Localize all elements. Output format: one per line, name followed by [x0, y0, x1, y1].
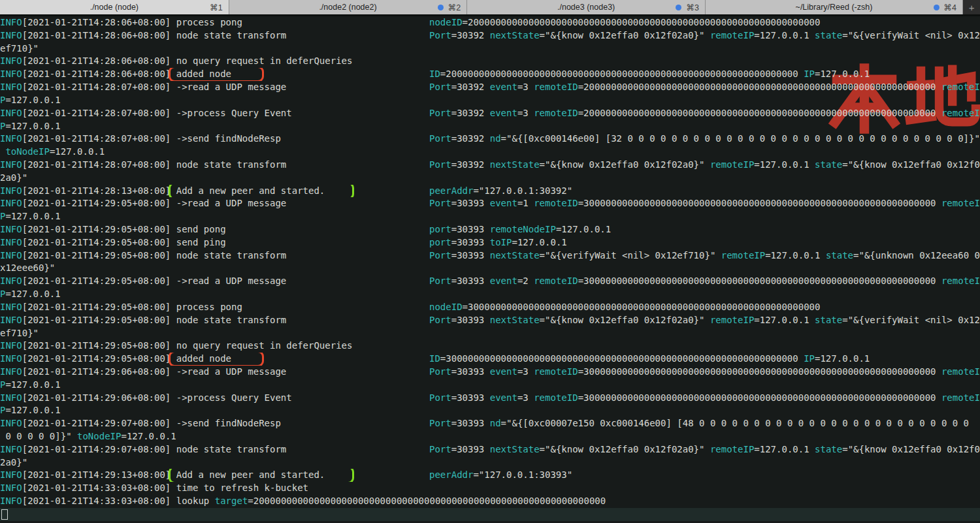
tab-1[interactable]: ./node (node)⌘1 [0, 0, 229, 14]
log-key: INFO [0, 82, 22, 92]
log-key: INFO [0, 108, 22, 118]
log-key: INFO [0, 224, 22, 234]
log-fields: Port=30393 nextState="&{know 0x12effa0 0… [429, 443, 980, 456]
tab-title: ~/Library/Reed (-zsh) [796, 3, 873, 12]
tab-bar: ./node (node)⌘1./node2 (node2)⌘2./node3 … [0, 0, 980, 16]
log-text: =200000000000000000000000000000000000000… [440, 69, 804, 79]
log-row: INFO[2021-01-21T14:29:05+08:00] send pon… [0, 223, 980, 236]
log-text: ="&{verifyWait <nil> 0x12 [842, 30, 980, 40]
log-text: =30393 [451, 237, 490, 247]
log-row: INFO[2021-01-21T14:29:13+08:00] Add a ne… [0, 469, 980, 482]
log-key: Port [429, 276, 451, 286]
log-key: Port [429, 366, 451, 377]
log-key: remoteIP [710, 159, 754, 170]
log-text: =127.0.0.1 [815, 353, 870, 364]
log-key: INFO [0, 392, 22, 403]
log-row: INFO[2021-01-21T14:29:05+08:00] ->read a… [0, 197, 980, 210]
tab-indicators: ⌘4 [934, 0, 956, 14]
log-fields: nodeID=200000000000000000000000000000000… [429, 16, 820, 29]
log-text: =127.0.0.1 [50, 146, 105, 157]
log-text: =30393 [451, 392, 490, 403]
log-text: ="&{know 0x12effa0 0x12f02a0}" [540, 30, 710, 40]
log-key: remoteID [534, 366, 578, 377]
log-key: remoteIP [710, 315, 754, 325]
log-key: INFO [0, 469, 22, 480]
log-text: =127.0.0.1 [121, 431, 176, 441]
log-row: INFO[2021-01-21T14:28:06+08:00] no query… [0, 55, 980, 68]
log-text: [2021-01-21T14:28:06+08:00] node state t… [22, 30, 287, 40]
tab-4[interactable]: ~/Library/Reed (-zsh)⌘4 [706, 0, 963, 14]
log-key: remoteI [941, 82, 980, 92]
log-key: Port [429, 30, 451, 40]
log-text: =127.0.0.1 [754, 30, 815, 40]
log-row: ef710}" [0, 327, 980, 340]
log-key: remoteIP [721, 250, 765, 261]
log-text: [2021-01-21T14:28:07+08:00] ->read a UDP… [22, 82, 287, 92]
log-text: [2021-01-21T14:28:06+08:00] process pong [22, 17, 242, 27]
log-text: [2021-01-21T14:29:05+08:00] process pong [22, 302, 242, 312]
terminal-screen[interactable]: INFO[2021-01-21T14:28:06+08:00] process … [0, 16, 980, 521]
log-key: event [490, 82, 517, 92]
log-text: =200000000000000000000000000000000000000… [578, 82, 941, 92]
log-text: =3 [517, 366, 534, 377]
tab-title: ./node2 (node2) [319, 3, 376, 12]
log-row: P=127.0.0.1 [0, 120, 980, 133]
log-text: [2021-01-21T14:28:07+08:00] ->send findN… [22, 133, 281, 144]
tab-indicators: ⌘1 [210, 0, 222, 14]
log-text: [2021-01-21T14:28:07+08:00] node state t… [22, 159, 287, 170]
log-key: Port [429, 418, 451, 428]
log-key: nd [490, 418, 501, 428]
log-text: =30392 [451, 30, 490, 40]
log-key: port [429, 237, 451, 247]
log-key: toNodeIP [77, 431, 121, 441]
tab-2[interactable]: ./node2 (node2)⌘2 [229, 0, 468, 14]
log-key: ID [429, 69, 440, 79]
log-fields: port=30393 toIP=127.0.0.1 [429, 236, 567, 249]
log-text: [2021-01-21T14:29:05+08:00] send pong [22, 224, 226, 234]
log-text: =2 [517, 276, 534, 286]
log-text: =30393 [451, 366, 490, 377]
log-fields: ID=2000000000000000000000000000000000000… [429, 68, 870, 81]
log-text: [2021-01-21T14:28:06+08:00] added node [22, 69, 231, 79]
log-row: P=127.0.0.1 [0, 379, 980, 392]
log-text: [2021-01-21T14:29:05+08:00] node state t… [22, 315, 287, 325]
log-fields: Port=30393 event=3 remoteID=300000000000… [429, 392, 980, 405]
log-row: INFO[2021-01-21T14:28:13+08:00] Add a ne… [0, 185, 980, 198]
log-key: INFO [0, 185, 22, 196]
log-key: nodeID [429, 302, 463, 312]
log-text: =30393 [451, 444, 490, 454]
log-text: ="&{know 0x12effa0 0x12f0 [842, 444, 980, 454]
terminal-cursor [1, 509, 8, 520]
log-key: state [815, 30, 842, 40]
log-fields: Port=30392 nextState="&{know 0x12effa0 0… [429, 159, 980, 172]
log-key: target [215, 496, 248, 506]
log-key: INFO [0, 276, 22, 286]
log-text: =30392 [451, 108, 490, 118]
log-text: =1 [517, 198, 534, 208]
log-fields: Port=30392 nd="&{[0xc000146e00] [32 0 0 … [429, 133, 980, 146]
tab-3[interactable]: ./node3 (node3)⌘3 [467, 0, 706, 14]
new-tab-button[interactable]: + [963, 0, 980, 14]
log-fields: Port=30393 event=2 remoteID=300000000000… [429, 275, 980, 288]
log-fields: Port=30393 event=3 remoteID=300000000000… [429, 366, 980, 379]
log-key: INFO [0, 366, 22, 377]
log-text: =30392 [451, 159, 490, 170]
log-key: peerAddr [429, 185, 473, 196]
log-text: ="&{know 0x12effa0 0x12f02a0}" [540, 444, 710, 454]
log-text: =300000000000000000000000000000000000000… [578, 392, 941, 403]
log-key: IP [804, 353, 815, 364]
log-text: [2021-01-21T14:29:05+08:00] ->read a UDP… [22, 198, 287, 208]
log-row: toNodeIP=127.0.0.1 [0, 146, 980, 159]
log-key: peerAddr [429, 469, 473, 480]
log-row: x12eee60}" [0, 262, 980, 275]
log-text: =30393 [451, 250, 490, 261]
log-fields: Port=30393 nextState="&{verifyWait <nil>… [429, 249, 980, 262]
activity-dot-icon [934, 5, 939, 10]
log-text: [2021-01-21T14:29:13+08:00] Add a new pe… [22, 469, 325, 480]
log-text: [2021-01-21T14:29:05+08:00] no query req… [22, 340, 353, 351]
log-key: INFO [0, 340, 22, 351]
log-key: Port [429, 159, 451, 170]
log-key: remoteID [534, 82, 578, 92]
log-text: =3 [517, 392, 534, 403]
log-key: nextState [490, 444, 540, 454]
